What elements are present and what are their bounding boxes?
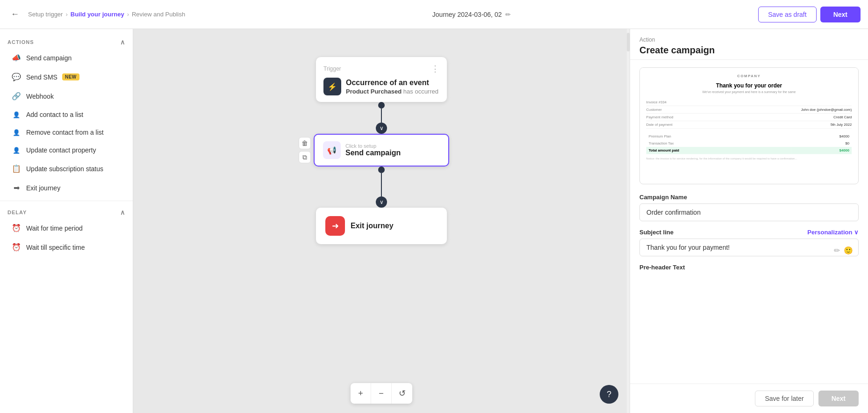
action-node-text: Click to setup Send campaign (345, 143, 401, 157)
help-button[interactable]: ? (600, 385, 618, 404)
action-node-title: Send campaign (345, 149, 401, 157)
journey-title: Journey 2024-03-06, 02 ✏ (191, 11, 753, 18)
action-node[interactable]: 📢 Click to setup Send campaign (314, 134, 449, 167)
edit-title-icon[interactable]: ✏ (505, 11, 511, 18)
connector-1: ∨ (376, 102, 387, 134)
ep-company: COMPANY (646, 74, 852, 79)
subject-edit-icon[interactable]: ✏ (834, 246, 840, 255)
exit-icon: ➜ (325, 216, 345, 236)
node-copy-button[interactable]: ⧉ (299, 151, 311, 163)
actions-toggle[interactable]: ∧ (120, 38, 125, 46)
connector-line-2 (381, 173, 382, 196)
canvas: Trigger ⋮ ⚡ Occurrence of an event Produ… (133, 29, 630, 413)
remove-contact-icon: 👤 (11, 129, 22, 136)
breadcrumb: Setup trigger › Build your journey › Rev… (28, 11, 185, 18)
trigger-subtitle: Product Purchased has occurred (346, 88, 438, 95)
sidebar-item-label: Update contact property (26, 146, 96, 154)
update-property-icon: 👤 (11, 147, 22, 154)
sidebar-item-add-contact[interactable]: 👤 Add contact to a list (4, 106, 129, 123)
breadcrumb-review-publish[interactable]: Review and Publish (132, 11, 185, 18)
campaign-name-input[interactable] (639, 203, 859, 221)
sidebar-item-remove-contact[interactable]: 👤 Remove contact from a list (4, 124, 129, 141)
sidebar-item-label: Update subscription status (26, 165, 103, 173)
sidebar-item-update-subscription[interactable]: 📋 Update subscription status (4, 159, 129, 178)
connector-dot-2 (378, 167, 385, 173)
connector-2: ∨ (376, 167, 387, 208)
chevron-down-2: ∨ (376, 196, 387, 208)
delay-section-header: DELAY ∧ (0, 205, 133, 218)
personalization-link[interactable]: Personalization ∨ (807, 229, 859, 236)
ep-payment-row: Payment method Credit Card (646, 114, 852, 121)
ep-subtitle: We've received your payment and here is … (646, 90, 852, 94)
right-panel: Action Create campaign COMPANY Thank you… (630, 29, 868, 413)
sidebar-item-send-sms[interactable]: 💬 Send SMS NEW (4, 68, 129, 86)
ep-date-row: Date of payment 5th July 2022 (646, 121, 852, 129)
panel-next-button[interactable]: Next (818, 391, 859, 406)
right-panel-footer: Save for later Next (630, 384, 868, 413)
trigger-text: Occurrence of an event Product Purchased… (346, 79, 438, 95)
node-controls: 🗑 ⧉ (299, 137, 311, 163)
send-campaign-icon: 📣 (11, 53, 22, 62)
sidebar-item-label: Wait for time period (26, 225, 83, 232)
zoom-out-button[interactable]: − (371, 383, 392, 404)
canvas-content: Trigger ⋮ ⚡ Occurrence of an event Produ… (133, 29, 630, 413)
canvas-toolbar: + − ↺ (351, 383, 412, 404)
sidebar-item-wait-time[interactable]: ⏰ Wait for time period (4, 219, 129, 237)
email-preview: COMPANY Thank you for your order We've r… (639, 67, 859, 184)
exit-label: Exit journey (351, 222, 394, 230)
delay-label: DELAY (7, 210, 27, 215)
action-node-wrapper: 🗑 ⧉ 📢 Click to setup Send campaign (314, 134, 449, 167)
update-subscription-icon: 📋 (11, 164, 22, 173)
reset-button[interactable]: ↺ (392, 383, 412, 404)
exit-node[interactable]: ➜ Exit journey (316, 208, 447, 244)
main-layout: ACTIONS ∧ 📣 Send campaign 💬 Send SMS NEW… (0, 29, 868, 413)
action-node-icon: 📢 (323, 141, 341, 159)
back-icon: ← (11, 9, 19, 19)
actions-label: ACTIONS (7, 39, 34, 45)
next-button[interactable]: Next (820, 7, 861, 22)
breadcrumb-build-journey[interactable]: Build your journey (71, 11, 124, 18)
sidebar-item-send-campaign[interactable]: 📣 Send campaign (4, 49, 129, 67)
right-panel-body: COMPANY Thank you for your order We've r… (630, 60, 868, 384)
panel-title: Create campaign (639, 45, 859, 56)
sidebar-item-label: Send campaign (26, 54, 72, 62)
subject-line-input[interactable] (639, 239, 859, 256)
topbar-actions: Save as draft Next (758, 7, 861, 22)
sidebar-item-update-property[interactable]: 👤 Update contact property (4, 142, 129, 159)
sidebar-item-label: Wait till specific time (26, 244, 85, 251)
subject-line-icons: ✏ 🙂 (834, 246, 853, 255)
sidebar-item-webhook[interactable]: 🔗 Webhook (4, 87, 129, 105)
topbar: ← Setup trigger › Build your journey › R… (0, 0, 868, 29)
zoom-in-button[interactable]: + (351, 383, 371, 404)
ep-invoice-row: Invoice #334 (646, 98, 852, 106)
sidebar-item-label: Add contact to a list (26, 111, 83, 118)
ep-title: Thank you for your order (646, 82, 852, 89)
action-label: Action (639, 36, 859, 43)
help-icon: ? (607, 390, 611, 399)
sidebar-item-exit-journey[interactable]: ➡ Exit journey (4, 179, 129, 197)
sidebar-item-label: Exit journey (26, 184, 60, 192)
new-badge: NEW (62, 73, 79, 80)
connector-dot-top (378, 102, 385, 109)
back-button[interactable]: ← (7, 7, 22, 22)
trigger-node[interactable]: Trigger ⋮ ⚡ Occurrence of an event Produ… (316, 57, 447, 102)
delay-toggle[interactable]: ∧ (120, 209, 125, 216)
click-to-setup-label: Click to setup (345, 143, 401, 149)
subject-line-wrapper: ✏ 🙂 (639, 239, 859, 264)
save-later-button[interactable]: Save for later (755, 391, 813, 406)
breadcrumb-setup-trigger[interactable]: Setup trigger (28, 11, 63, 18)
sidebar-item-wait-specific[interactable]: ⏰ Wait till specific time (4, 238, 129, 256)
subject-emoji-icon[interactable]: 🙂 (844, 246, 853, 255)
campaign-name-label: Campaign Name (639, 194, 859, 201)
trigger-menu-icon[interactable]: ⋮ (431, 64, 439, 74)
webhook-icon: 🔗 (11, 92, 22, 101)
save-draft-button[interactable]: Save as draft (758, 7, 817, 22)
breadcrumb-sep-1: › (65, 11, 67, 18)
exit-journey-sidebar-icon: ➡ (11, 183, 22, 192)
wait-time-icon: ⏰ (11, 224, 22, 232)
table-row: Transaction Tax $0 (646, 140, 852, 147)
node-delete-button[interactable]: 🗑 (299, 137, 311, 149)
table-row-total: Total amount paid $4000 (646, 147, 852, 154)
trigger-icon: ⚡ (323, 78, 341, 95)
breadcrumb-sep-2: › (127, 11, 129, 18)
